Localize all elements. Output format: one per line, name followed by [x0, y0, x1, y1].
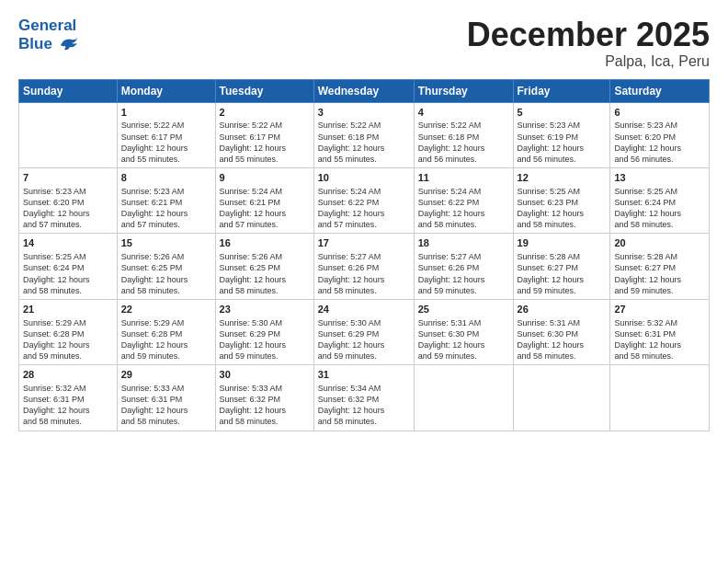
header: General Blue December 2025 Palpa, Ica, P…	[18, 17, 710, 70]
calendar-week-row: 1Sunrise: 5:22 AM Sunset: 6:17 PM Daylig…	[19, 102, 710, 167]
calendar-cell: 26Sunrise: 5:31 AM Sunset: 6:30 PM Dayli…	[513, 299, 610, 364]
day-info: Sunrise: 5:23 AM Sunset: 6:20 PM Dayligh…	[23, 186, 113, 231]
day-number: 25	[418, 303, 509, 316]
calendar-week-row: 28Sunrise: 5:32 AM Sunset: 6:31 PM Dayli…	[19, 365, 710, 431]
calendar-week-row: 7Sunrise: 5:23 AM Sunset: 6:20 PM Daylig…	[19, 168, 710, 234]
day-of-week-header: Saturday	[610, 79, 710, 102]
day-info: Sunrise: 5:25 AM Sunset: 6:23 PM Dayligh…	[518, 186, 607, 231]
calendar-cell: 2Sunrise: 5:22 AM Sunset: 6:17 PM Daylig…	[215, 102, 313, 167]
day-number: 13	[614, 171, 705, 185]
day-info: Sunrise: 5:32 AM Sunset: 6:31 PM Dayligh…	[23, 383, 113, 428]
day-info: Sunrise: 5:25 AM Sunset: 6:24 PM Dayligh…	[614, 186, 705, 231]
calendar-cell: 10Sunrise: 5:24 AM Sunset: 6:22 PM Dayli…	[313, 168, 414, 234]
day-of-week-header: Monday	[117, 79, 215, 102]
day-number: 7	[23, 171, 113, 185]
calendar-cell: 16Sunrise: 5:26 AM Sunset: 6:25 PM Dayli…	[215, 234, 313, 299]
calendar-cell: 15Sunrise: 5:26 AM Sunset: 6:25 PM Dayli…	[117, 234, 215, 299]
day-number: 22	[121, 303, 211, 316]
calendar-subtitle: Palpa, Ica, Peru	[467, 53, 710, 70]
calendar-cell: 4Sunrise: 5:22 AM Sunset: 6:18 PM Daylig…	[414, 102, 513, 167]
calendar-week-row: 14Sunrise: 5:25 AM Sunset: 6:24 PM Dayli…	[19, 234, 710, 299]
day-info: Sunrise: 5:22 AM Sunset: 6:18 PM Dayligh…	[318, 120, 410, 165]
logo: General Blue	[18, 17, 79, 52]
calendar-cell	[513, 365, 610, 431]
day-info: Sunrise: 5:28 AM Sunset: 6:27 PM Dayligh…	[518, 251, 607, 296]
day-number: 17	[318, 236, 410, 250]
day-number: 26	[518, 303, 607, 316]
calendar-cell: 25Sunrise: 5:31 AM Sunset: 6:30 PM Dayli…	[414, 299, 513, 364]
calendar-cell: 3Sunrise: 5:22 AM Sunset: 6:18 PM Daylig…	[313, 102, 414, 167]
day-number: 3	[318, 106, 410, 120]
day-info: Sunrise: 5:30 AM Sunset: 6:29 PM Dayligh…	[220, 317, 310, 362]
calendar-cell: 6Sunrise: 5:23 AM Sunset: 6:20 PM Daylig…	[610, 102, 710, 167]
calendar-cell: 23Sunrise: 5:30 AM Sunset: 6:29 PM Dayli…	[215, 299, 313, 364]
day-number: 28	[23, 368, 113, 382]
calendar-cell: 27Sunrise: 5:32 AM Sunset: 6:31 PM Dayli…	[610, 299, 710, 364]
calendar-cell: 19Sunrise: 5:28 AM Sunset: 6:27 PM Dayli…	[513, 234, 610, 299]
day-info: Sunrise: 5:26 AM Sunset: 6:25 PM Dayligh…	[220, 251, 310, 296]
calendar-cell: 14Sunrise: 5:25 AM Sunset: 6:24 PM Dayli…	[19, 234, 118, 299]
day-of-week-header: Sunday	[19, 79, 118, 102]
day-info: Sunrise: 5:23 AM Sunset: 6:19 PM Dayligh…	[518, 120, 607, 165]
day-number: 16	[220, 236, 310, 250]
day-of-week-header: Wednesday	[313, 79, 414, 102]
day-info: Sunrise: 5:33 AM Sunset: 6:31 PM Dayligh…	[121, 383, 211, 428]
logo-text2: Blue	[18, 35, 79, 53]
day-number: 31	[318, 368, 410, 382]
calendar-header-row: SundayMondayTuesdayWednesdayThursdayFrid…	[19, 79, 710, 102]
calendar-cell: 7Sunrise: 5:23 AM Sunset: 6:20 PM Daylig…	[19, 168, 118, 234]
page: General Blue December 2025 Palpa, Ica, P…	[0, 0, 728, 563]
day-info: Sunrise: 5:22 AM Sunset: 6:18 PM Dayligh…	[418, 120, 509, 165]
calendar-cell: 30Sunrise: 5:33 AM Sunset: 6:32 PM Dayli…	[215, 365, 313, 431]
day-info: Sunrise: 5:29 AM Sunset: 6:28 PM Dayligh…	[23, 317, 113, 362]
calendar-cell: 24Sunrise: 5:30 AM Sunset: 6:29 PM Dayli…	[313, 299, 414, 364]
calendar-cell: 31Sunrise: 5:34 AM Sunset: 6:32 PM Dayli…	[313, 365, 414, 431]
day-info: Sunrise: 5:29 AM Sunset: 6:28 PM Dayligh…	[121, 317, 211, 362]
logo-bird-icon	[59, 36, 79, 52]
day-number: 27	[614, 303, 705, 316]
day-info: Sunrise: 5:23 AM Sunset: 6:20 PM Dayligh…	[614, 120, 705, 165]
calendar-title: December 2025	[467, 17, 710, 53]
calendar-cell: 8Sunrise: 5:23 AM Sunset: 6:21 PM Daylig…	[117, 168, 215, 234]
day-info: Sunrise: 5:23 AM Sunset: 6:21 PM Dayligh…	[121, 186, 211, 231]
day-info: Sunrise: 5:26 AM Sunset: 6:25 PM Dayligh…	[121, 251, 211, 296]
day-number: 11	[418, 171, 509, 185]
day-number: 9	[220, 171, 310, 185]
calendar-cell: 12Sunrise: 5:25 AM Sunset: 6:23 PM Dayli…	[513, 168, 610, 234]
day-info: Sunrise: 5:25 AM Sunset: 6:24 PM Dayligh…	[23, 251, 113, 296]
calendar-cell: 1Sunrise: 5:22 AM Sunset: 6:17 PM Daylig…	[117, 102, 215, 167]
day-of-week-header: Thursday	[414, 79, 513, 102]
calendar-cell	[19, 102, 118, 167]
day-number: 8	[121, 171, 211, 185]
calendar-cell: 29Sunrise: 5:33 AM Sunset: 6:31 PM Dayli…	[117, 365, 215, 431]
day-number: 21	[23, 303, 113, 316]
calendar-cell: 11Sunrise: 5:24 AM Sunset: 6:22 PM Dayli…	[414, 168, 513, 234]
day-number: 20	[614, 236, 705, 250]
logo-text: General	[18, 17, 79, 35]
day-info: Sunrise: 5:24 AM Sunset: 6:22 PM Dayligh…	[318, 186, 410, 231]
day-number: 12	[518, 171, 607, 185]
calendar-cell: 18Sunrise: 5:27 AM Sunset: 6:26 PM Dayli…	[414, 234, 513, 299]
day-number: 19	[518, 236, 607, 250]
calendar-cell: 22Sunrise: 5:29 AM Sunset: 6:28 PM Dayli…	[117, 299, 215, 364]
calendar-cell: 5Sunrise: 5:23 AM Sunset: 6:19 PM Daylig…	[513, 102, 610, 167]
day-number: 2	[220, 106, 310, 120]
day-info: Sunrise: 5:27 AM Sunset: 6:26 PM Dayligh…	[418, 251, 509, 296]
calendar-cell: 20Sunrise: 5:28 AM Sunset: 6:27 PM Dayli…	[610, 234, 710, 299]
day-number: 10	[318, 171, 410, 185]
day-info: Sunrise: 5:22 AM Sunset: 6:17 PM Dayligh…	[121, 120, 211, 165]
day-of-week-header: Friday	[513, 79, 610, 102]
day-info: Sunrise: 5:24 AM Sunset: 6:21 PM Dayligh…	[220, 186, 310, 231]
day-info: Sunrise: 5:24 AM Sunset: 6:22 PM Dayligh…	[418, 186, 509, 231]
calendar-cell	[414, 365, 513, 431]
title-block: December 2025 Palpa, Ica, Peru	[467, 17, 710, 70]
day-number: 23	[220, 303, 310, 316]
day-number: 1	[121, 106, 211, 120]
calendar-cell: 13Sunrise: 5:25 AM Sunset: 6:24 PM Dayli…	[610, 168, 710, 234]
calendar-cell	[610, 365, 710, 431]
day-number: 15	[121, 236, 211, 250]
day-number: 30	[220, 368, 310, 382]
day-number: 18	[418, 236, 509, 250]
day-of-week-header: Tuesday	[215, 79, 313, 102]
day-number: 4	[418, 106, 509, 120]
